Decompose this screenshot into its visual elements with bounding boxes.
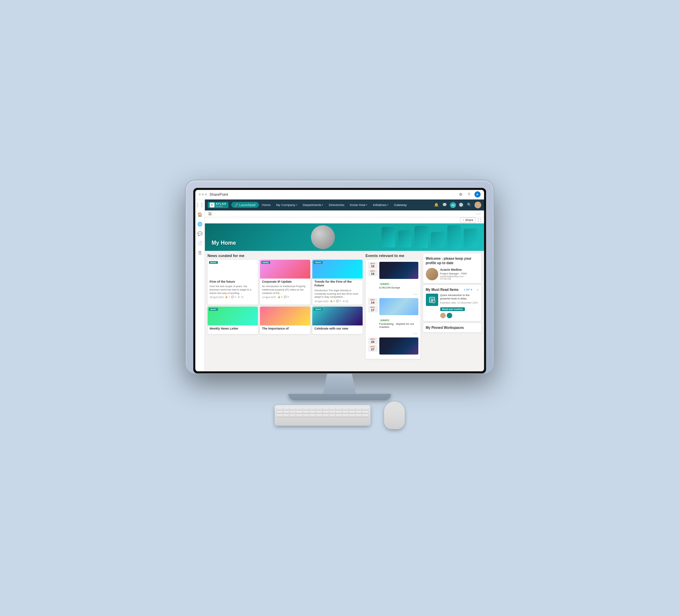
event-2-day-start: 14 [371, 301, 374, 304]
sidebar-globe-icon[interactable]: 🌐 [196, 221, 203, 228]
nav-mycompany-label: My Company [276, 203, 295, 207]
news-card-2-comments: 💬 0 [284, 296, 289, 298]
news-card-3-comments: 💬 1 [336, 300, 341, 303]
sidebar-list-icon[interactable]: ☰ [196, 249, 203, 256]
pinned-workspaces-title: My Pinned Workspaces [426, 326, 479, 330]
nav-ai-icon[interactable]: Ai [450, 202, 456, 208]
expand-icon[interactable]: ⛶ [478, 218, 481, 222]
sidebar-file-icon[interactable]: 📄 [196, 240, 203, 247]
top-bar: SharePoint ⚙ ? A [195, 190, 484, 200]
hero-decoration [205, 223, 484, 251]
news-card-1-likes: 👍 1 [225, 296, 230, 298]
profile-role: Project Manager - PMO [440, 272, 479, 275]
nav-bell-icon[interactable]: 🔔 [433, 202, 440, 208]
nav-item-gateway[interactable]: Gateway [392, 202, 409, 208]
news-card-4[interactable]: NEWS Weekly News Letter [208, 307, 258, 334]
key-35 [316, 414, 322, 417]
hero-cube-1 [381, 227, 395, 247]
event-1[interactable]: NOV 15 NOV 16 [368, 262, 418, 289]
news-card-3[interactable]: NEWS Trends for the Firm of the Future I… [312, 260, 363, 305]
subnav-icon[interactable]: 🏠 [208, 211, 212, 216]
left-sidebar: ⋮⋮ 🏠 🌐 💬 📄 ☰ [195, 200, 205, 371]
key-36 [323, 414, 329, 417]
event-2-more[interactable]: ··· [368, 330, 418, 337]
window-dot-1 [199, 193, 201, 195]
must-read-item: ! Quick introduction to the powerful too… [426, 294, 479, 319]
sidebar-chat-icon[interactable]: 💬 [196, 230, 203, 237]
key-41 [356, 414, 362, 417]
news-card-4-title: Weekly News Letter [210, 327, 256, 331]
nav-directories-label: Directories [329, 203, 344, 207]
key-29 [277, 414, 283, 417]
event-1-badge: EVENTS [379, 283, 390, 285]
help-icon[interactable]: ? [466, 192, 472, 197]
nav-item-knowhow[interactable]: Know How ▾ [348, 202, 370, 208]
pinned-workspaces-card: My Pinned Workspaces [423, 323, 481, 332]
news-card-6[interactable]: NEWS Celebrate with our new [312, 307, 363, 334]
key-21 [316, 411, 322, 413]
news-card-1[interactable]: NEWS Firm of the future Over the last co… [208, 260, 258, 305]
must-read-icon: ! [426, 294, 438, 306]
nav-mycompany-chevron: ▾ [296, 204, 297, 206]
nav-initiatives-label: Initiatives [373, 203, 387, 207]
must-read-count: 1 OF 4 [464, 288, 472, 291]
nav-item-departments[interactable]: Departments ▾ [300, 202, 326, 208]
nav-clock-icon[interactable]: 🕐 [458, 202, 464, 208]
nav-item-initiatives[interactable]: Initiatives ▾ [370, 202, 391, 208]
event-1-more[interactable]: ··· [368, 291, 418, 298]
event-3-day-end: 27 [371, 348, 374, 351]
nav-search-icon[interactable]: 🔍 [466, 202, 472, 208]
news-card-5[interactable]: The Importance of [260, 307, 310, 334]
news-card-1-meta: 25 April 2023 👍 1 💬 1 👁 72 [210, 296, 256, 298]
must-read-title: My Must Read Items [426, 288, 459, 292]
nav-item-home[interactable]: Home [260, 202, 273, 208]
nav-item-mycompany[interactable]: My Company ▾ [274, 202, 300, 208]
news-card-2-date: 14 April 2023 [262, 296, 276, 298]
news-card-2-likes: 👍 0 [277, 296, 283, 298]
news-card-1-views: 👁 72 [238, 296, 244, 298]
event-2-title: Fundraising - Skydive for our charities [379, 322, 418, 329]
logo[interactable]: A ATLAS DEMO [208, 202, 228, 208]
event-2[interactable]: MAY 14 MAY 17 [368, 298, 418, 329]
subnav-more[interactable]: ··· [476, 211, 481, 216]
sidebar-menu-icon[interactable]: ⋮⋮ [196, 202, 203, 208]
sidebar-home-icon[interactable]: 🏠 [196, 211, 203, 218]
event-2-date-end: MAY 17 [368, 306, 378, 312]
window-controls [199, 193, 207, 195]
read-confirm-button[interactable]: Read and Confirm [440, 307, 465, 311]
read-avatars [440, 313, 479, 318]
events-section: Events relevant to me NOV 15 [366, 254, 420, 369]
must-read-next[interactable]: › [477, 288, 478, 292]
news-card-5-title: The Importance of [262, 327, 308, 331]
share-bar: ↑ Share ⛶ [205, 217, 484, 223]
nav-message-icon[interactable]: 💬 [442, 202, 448, 208]
key-28 [362, 411, 368, 413]
nav-launchpad-label: Launchpad [239, 203, 256, 207]
nav-knowhow-label: Know How [350, 203, 365, 207]
nav-knowhow-chevron: ▾ [366, 204, 367, 206]
share-label: Share [465, 218, 473, 222]
key-33 [303, 414, 309, 417]
logo-atlas: ATLAS [216, 203, 226, 205]
window-dot-3 [205, 193, 207, 195]
monitor-neck [319, 373, 360, 394]
user-avatar-small[interactable]: A [474, 191, 481, 197]
key-19 [303, 411, 309, 413]
news-card-2[interactable]: NEWS Corporate IP Update An Introduction… [260, 260, 310, 305]
news-card-4-image: NEWS [208, 307, 258, 325]
key-37 [329, 414, 335, 417]
key-32 [296, 414, 302, 417]
page-content: News curated for me NEWS Firm of the fut… [205, 251, 484, 371]
event-1-day-end: 16 [371, 272, 374, 275]
key-13 [356, 407, 362, 410]
settings-icon[interactable]: ⚙ [458, 192, 463, 197]
user-avatar[interactable] [474, 202, 481, 208]
event-3[interactable]: NOV 26 NOV 27 [368, 337, 418, 356]
share-button[interactable]: ↑ Share [460, 217, 476, 223]
key-40 [349, 414, 355, 417]
nav-item-directories[interactable]: Directories [326, 202, 347, 208]
profile-email: amedina@bullsip.com - [440, 275, 479, 278]
monitor-body: SharePoint ⚙ ? A ⋮⋮ 🏠 🌐 💬 📄 ☰ [186, 180, 494, 373]
news-section: News curated for me NEWS Firm of the fut… [208, 254, 363, 369]
nav-item-launchpad[interactable]: 🚀 Launchpad [231, 202, 259, 208]
